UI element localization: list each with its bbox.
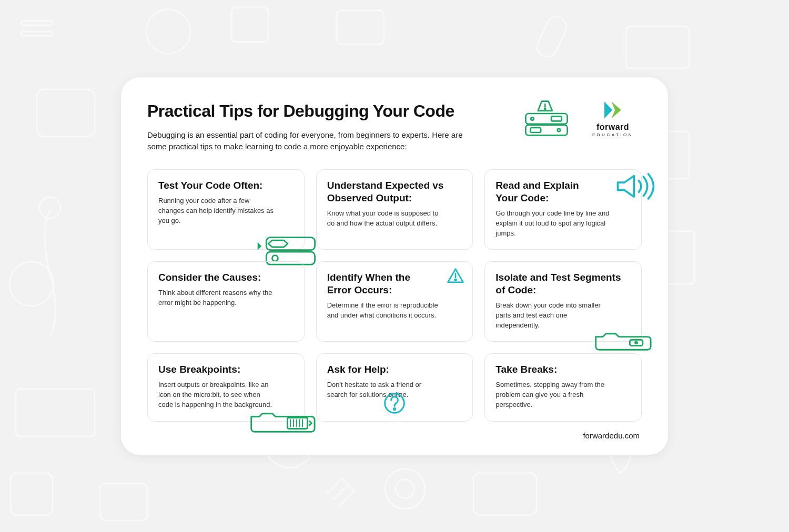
svg-rect-31 <box>630 340 643 345</box>
svg-point-28 <box>272 255 278 261</box>
warning-triangle-icon <box>446 267 465 284</box>
microbit-display-icon <box>248 412 316 436</box>
svg-rect-4 <box>231 7 268 42</box>
tip-body: Running your code after a few changes ca… <box>158 196 274 226</box>
svg-rect-1 <box>626 26 689 68</box>
tips-grid: Test Your Code Often: Running your code … <box>147 169 642 422</box>
svg-rect-20 <box>551 116 562 121</box>
tip-body: Determine if the error is reproducible a… <box>327 301 443 321</box>
page-subtitle: Debugging is an essential part of coding… <box>147 129 484 152</box>
header-icons: forward EDUCATION <box>523 99 642 137</box>
svg-point-30 <box>455 279 457 281</box>
svg-point-2 <box>39 197 60 218</box>
tip-card: Consider the Causes: Think about differe… <box>147 261 305 342</box>
tip-card: Take Breaks: Sometimes, stepping away fr… <box>484 353 642 422</box>
svg-point-23 <box>558 129 560 131</box>
svg-point-32 <box>635 342 638 344</box>
tip-body: Go through your code line by line and ex… <box>495 209 611 239</box>
svg-rect-17 <box>21 32 53 36</box>
tip-title: Use Breakpoints: <box>158 363 294 376</box>
svg-rect-26 <box>266 237 315 250</box>
svg-rect-21 <box>530 128 541 132</box>
code-block-icon <box>593 333 652 354</box>
tip-card: Test Your Code Often: Running your code … <box>147 169 305 250</box>
logo-text: forward <box>596 123 629 131</box>
main-card: Practical Tips for Debugging Your Code D… <box>121 77 668 455</box>
tip-body: Know what your code is supposed to do an… <box>327 209 443 229</box>
tip-title: Ask for Help: <box>327 363 462 376</box>
svg-point-13 <box>385 469 425 509</box>
svg-point-25 <box>544 108 545 109</box>
svg-rect-19 <box>525 125 567 136</box>
header-text: Practical Tips for Debugging Your Code D… <box>147 101 513 152</box>
svg-point-40 <box>393 408 395 410</box>
svg-rect-7 <box>16 389 95 436</box>
tip-body: Insert outputs or breakpoints, like an i… <box>158 380 274 410</box>
tip-card: Read and Explain Your Code: Go through y… <box>484 169 642 250</box>
header: Practical Tips for Debugging Your Code D… <box>147 101 642 152</box>
svg-rect-0 <box>37 89 95 137</box>
tip-title: Isolate and Test Segments of Code: <box>495 271 631 297</box>
speaker-sound-icon <box>615 173 656 201</box>
page-title: Practical Tips for Debugging Your Code <box>147 101 513 121</box>
tip-title: Test Your Code Often: <box>158 179 294 192</box>
tip-title: Consider the Causes: <box>158 271 294 284</box>
tip-card: Ask for Help: Don't hesitate to ask a fr… <box>316 353 473 422</box>
footer-url: forwardedu.com <box>147 431 642 440</box>
svg-rect-11 <box>11 473 53 515</box>
tip-title: Take Breaks: <box>495 363 631 376</box>
tip-body: Think about different reasons why the er… <box>158 288 274 308</box>
svg-point-3 <box>146 9 190 54</box>
hardware-warning-icon <box>523 99 570 137</box>
forward-education-logo: forward EDUCATION <box>584 100 642 137</box>
svg-rect-12 <box>100 484 147 520</box>
tip-card: Understand Expected vs Observed Output: … <box>316 169 473 250</box>
svg-rect-15 <box>473 473 537 515</box>
svg-point-8 <box>9 262 54 306</box>
svg-rect-16 <box>21 21 53 25</box>
svg-point-14 <box>396 479 414 498</box>
svg-rect-5 <box>337 11 384 44</box>
svg-point-22 <box>531 117 533 120</box>
tip-title: Identify When the Error Occurs: <box>327 271 422 297</box>
logo-subtext: EDUCATION <box>592 132 633 137</box>
svg-rect-6 <box>534 14 570 60</box>
tip-card: Identify When the Error Occurs: Determin… <box>316 261 473 342</box>
tip-title: Read and Explain Your Code: <box>495 179 590 205</box>
tip-card: Isolate and Test Segments of Code: Break… <box>484 261 642 342</box>
tip-body: Break down your code into smaller parts … <box>495 301 611 331</box>
tip-card: Use Breakpoints: Insert outputs or break… <box>147 353 305 422</box>
question-circle-icon <box>383 392 406 415</box>
tip-body: Sometimes, stepping away from the proble… <box>495 380 611 410</box>
tip-title: Understand Expected vs Observed Output: <box>327 179 462 205</box>
